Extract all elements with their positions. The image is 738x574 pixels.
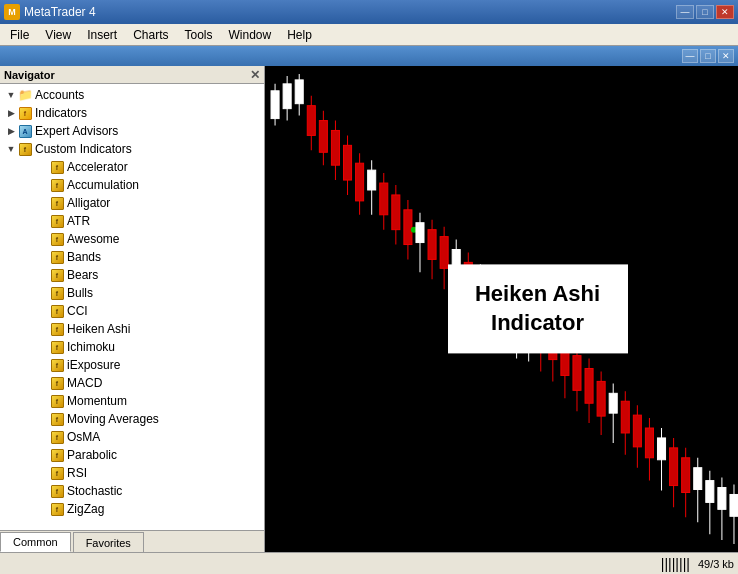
item-icon-alligator: f — [50, 196, 64, 210]
chart-area: Heiken Ashi Indicator — [265, 66, 738, 552]
nav-item-ichimoku[interactable]: fIchimoku — [0, 338, 264, 356]
navigator-panel: Navigator ✕ ▼📁Accounts▶fIndicators▶AExpe… — [0, 66, 265, 552]
svg-rect-77 — [718, 488, 726, 510]
menu-item-file[interactable]: File — [2, 26, 37, 44]
chart-label: Heiken Ashi Indicator — [448, 264, 628, 353]
item-icon-rsi: f — [50, 466, 64, 480]
nav-item-macd[interactable]: fMACD — [0, 374, 264, 392]
menu-item-charts[interactable]: Charts — [125, 26, 176, 44]
close-button[interactable]: ✕ — [716, 5, 734, 19]
item-label-expert-advisors: Expert Advisors — [35, 124, 118, 138]
item-icon-accounts: 📁 — [18, 88, 32, 102]
item-label-parabolic: Parabolic — [67, 448, 117, 462]
item-label-moving-averages: Moving Averages — [67, 412, 159, 426]
title-bar-left: M MetaTrader 4 — [4, 4, 96, 20]
nav-item-accounts[interactable]: ▼📁Accounts — [0, 86, 264, 104]
item-label-zigzag: ZigZag — [67, 502, 104, 516]
svg-rect-3 — [283, 84, 291, 109]
sub-maximize-button[interactable]: □ — [700, 49, 716, 63]
maximize-button[interactable]: □ — [696, 5, 714, 19]
item-icon-momentum: f — [50, 394, 64, 408]
item-icon-macd: f — [50, 376, 64, 390]
nav-tab-favorites[interactable]: Favorites — [73, 532, 144, 552]
navigator-title: Navigator — [4, 69, 55, 81]
menu-item-view[interactable]: View — [37, 26, 79, 44]
title-bar: M MetaTrader 4 — □ ✕ — [0, 0, 738, 24]
navigator-close-button[interactable]: ✕ — [250, 68, 260, 82]
svg-rect-67 — [657, 438, 665, 460]
status-bar: |||||||| 49/3 kb — [0, 552, 738, 574]
nav-list: ▼📁Accounts▶fIndicators▶AExpert Advisors▼… — [0, 84, 264, 530]
nav-item-iexposure[interactable]: fiExposure — [0, 356, 264, 374]
nav-item-cci[interactable]: fCCI — [0, 302, 264, 320]
svg-rect-71 — [682, 458, 690, 493]
item-label-stochastic: Stochastic — [67, 484, 122, 498]
app-icon: M — [4, 4, 20, 20]
nav-item-atr[interactable]: fATR — [0, 212, 264, 230]
menu-item-window[interactable]: Window — [221, 26, 280, 44]
nav-item-stochastic[interactable]: fStochastic — [0, 482, 264, 500]
sub-minimize-button[interactable]: — — [682, 49, 698, 63]
nav-item-zigzag[interactable]: fZigZag — [0, 500, 264, 518]
navigator-header: Navigator ✕ — [0, 66, 264, 84]
nav-item-bears[interactable]: fBears — [0, 266, 264, 284]
svg-rect-19 — [380, 183, 388, 215]
svg-rect-75 — [706, 481, 714, 503]
item-label-atr: ATR — [67, 214, 90, 228]
item-icon-moving-averages: f — [50, 412, 64, 426]
nav-item-momentum[interactable]: fMomentum — [0, 392, 264, 410]
nav-item-rsi[interactable]: fRSI — [0, 464, 264, 482]
nav-tree: ▼📁Accounts▶fIndicators▶AExpert Advisors▼… — [0, 84, 264, 530]
svg-rect-63 — [633, 415, 641, 447]
nav-tab-common[interactable]: Common — [0, 532, 71, 552]
nav-item-accelerator[interactable]: fAccelerator — [0, 158, 264, 176]
nav-item-bands[interactable]: fBands — [0, 248, 264, 266]
nav-item-moving-averages[interactable]: fMoving Averages — [0, 410, 264, 428]
svg-rect-11 — [331, 130, 339, 165]
item-label-bulls: Bulls — [67, 286, 93, 300]
nav-item-heiken-ashi[interactable]: fHeiken Ashi — [0, 320, 264, 338]
sub-close-button[interactable]: ✕ — [718, 49, 734, 63]
nav-item-custom-indicators[interactable]: ▼fCustom Indicators — [0, 140, 264, 158]
item-label-macd: MACD — [67, 376, 102, 390]
item-label-ichimoku: Ichimoku — [67, 340, 115, 354]
menu-item-tools[interactable]: Tools — [177, 26, 221, 44]
sub-title-controls: — □ ✕ — [682, 49, 734, 63]
minimize-button[interactable]: — — [676, 5, 694, 19]
nav-item-expert-advisors[interactable]: ▶AExpert Advisors — [0, 122, 264, 140]
svg-rect-5 — [295, 80, 303, 104]
expand-icon-custom-indicators: ▼ — [4, 142, 18, 156]
nav-item-osma[interactable]: fOsMA — [0, 428, 264, 446]
menu-item-help[interactable]: Help — [279, 26, 320, 44]
svg-rect-65 — [645, 428, 653, 458]
nav-item-indicators[interactable]: ▶fIndicators — [0, 104, 264, 122]
nav-item-bulls[interactable]: fBulls — [0, 284, 264, 302]
item-icon-zigzag: f — [50, 502, 64, 516]
nav-item-parabolic[interactable]: fParabolic — [0, 446, 264, 464]
nav-item-alligator[interactable]: fAlligator — [0, 194, 264, 212]
item-label-accumulation: Accumulation — [67, 178, 139, 192]
connection-icon: |||||||| — [661, 556, 690, 572]
nav-item-awesome[interactable]: fAwesome — [0, 230, 264, 248]
item-icon-awesome: f — [50, 232, 64, 246]
svg-rect-1 — [271, 91, 279, 119]
item-icon-stochastic: f — [50, 484, 64, 498]
svg-rect-26 — [416, 223, 424, 243]
item-icon-cci: f — [50, 304, 64, 318]
item-label-bears: Bears — [67, 268, 98, 282]
svg-rect-7 — [307, 106, 315, 136]
svg-rect-69 — [670, 448, 678, 486]
item-icon-accelerator: f — [50, 160, 64, 174]
item-icon-custom-indicators: f — [18, 142, 32, 156]
item-label-cci: CCI — [67, 304, 88, 318]
svg-rect-28 — [428, 230, 436, 260]
menu-item-insert[interactable]: Insert — [79, 26, 125, 44]
expand-icon-expert-advisors: ▶ — [4, 124, 18, 138]
svg-rect-53 — [573, 356, 581, 391]
item-icon-indicators: f — [18, 106, 32, 120]
item-label-alligator: Alligator — [67, 196, 110, 210]
nav-item-accumulation[interactable]: fAccumulation — [0, 176, 264, 194]
expand-icon-accounts: ▼ — [4, 88, 18, 102]
svg-rect-57 — [597, 381, 605, 416]
item-label-accelerator: Accelerator — [67, 160, 128, 174]
